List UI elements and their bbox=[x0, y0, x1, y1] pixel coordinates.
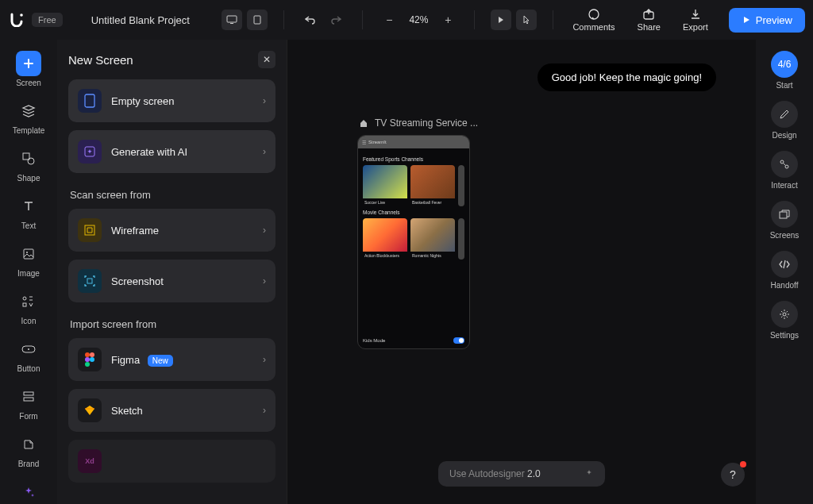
autodesigner-version: 2.0 bbox=[527, 468, 541, 479]
svg-rect-19 bbox=[87, 279, 92, 283]
svg-point-13 bbox=[28, 348, 29, 350]
option-label: Figma New bbox=[111, 354, 253, 366]
wireframe-icon bbox=[78, 218, 102, 242]
device-mobile-icon[interactable] bbox=[247, 10, 268, 30]
rail-item-screen[interactable]: Screen bbox=[6, 51, 51, 87]
rr-label: Design bbox=[772, 131, 796, 140]
app-logo-icon[interactable] bbox=[8, 11, 25, 29]
svg-rect-11 bbox=[23, 303, 26, 306]
rail-item-image[interactable]: Image bbox=[6, 241, 51, 278]
canvas[interactable]: TV Streaming Service ... ☰ StreamIt Feat… bbox=[287, 40, 756, 504]
progress-badge[interactable]: 4/6 bbox=[771, 51, 798, 78]
phone-tile: Romantic Nights bbox=[410, 218, 455, 260]
svg-point-28 bbox=[783, 313, 786, 316]
svg-point-0 bbox=[20, 13, 23, 17]
share-icon bbox=[642, 8, 655, 21]
svg-rect-27 bbox=[780, 212, 787, 218]
button-icon bbox=[16, 337, 41, 362]
progress-label: Start bbox=[776, 81, 792, 90]
rail-item-template[interactable]: Template bbox=[6, 98, 51, 135]
rail-item-icon[interactable]: Icon bbox=[6, 289, 51, 325]
phone-section-title: Featured Sports Channels bbox=[363, 156, 464, 162]
rail-label: Image bbox=[17, 269, 40, 278]
chevron-right-icon: › bbox=[263, 405, 266, 416]
option-generate-ai[interactable]: Generate with AI › bbox=[68, 130, 275, 173]
svg-rect-1 bbox=[227, 16, 237, 22]
svg-point-4 bbox=[589, 10, 599, 19]
svg-rect-18 bbox=[85, 225, 94, 235]
zoom-out-icon[interactable]: − bbox=[379, 10, 399, 30]
plan-badge[interactable]: Free bbox=[32, 13, 63, 27]
rr-item-settings[interactable]: Settings bbox=[762, 301, 807, 340]
svg-point-21 bbox=[90, 352, 94, 357]
option-screenshot[interactable]: Screenshot › bbox=[68, 260, 275, 302]
option-empty-screen[interactable]: Empty screen › bbox=[68, 79, 275, 122]
breadcrumb[interactable]: TV Streaming Service ... bbox=[359, 117, 478, 129]
rr-item-design[interactable]: Design bbox=[762, 101, 807, 140]
rr-label: Handoff bbox=[771, 281, 799, 290]
rr-item-interact[interactable]: Interact bbox=[762, 151, 807, 190]
rail-item-button[interactable]: Button bbox=[6, 337, 51, 373]
panel-close-button[interactable]: ✕ bbox=[258, 51, 275, 68]
phone-mockup[interactable]: ☰ StreamIt Featured Sports Channels Socc… bbox=[357, 135, 470, 349]
export-button[interactable]: Export bbox=[675, 8, 716, 32]
export-label: Export bbox=[683, 22, 708, 32]
rail-label: Brand bbox=[18, 460, 40, 468]
option-wireframe[interactable]: Wireframe › bbox=[68, 209, 275, 252]
adobe-xd-icon: Xd bbox=[78, 449, 102, 473]
svg-point-10 bbox=[23, 297, 26, 300]
comments-label: Comments bbox=[572, 22, 615, 32]
preview-button[interactable]: Preview bbox=[729, 8, 805, 33]
zoom-level[interactable]: 42% bbox=[404, 14, 433, 25]
rail-item-form[interactable]: Form bbox=[6, 384, 51, 421]
text-icon bbox=[16, 194, 41, 219]
option-figma[interactable]: Figma New › bbox=[68, 338, 275, 381]
comments-button[interactable]: Comments bbox=[564, 8, 622, 32]
svg-point-22 bbox=[85, 357, 90, 362]
undo-icon[interactable] bbox=[300, 10, 321, 30]
new-badge: New bbox=[148, 355, 173, 367]
toast-message: Good job! Keep the magic going! bbox=[538, 63, 716, 91]
svg-point-7 bbox=[28, 158, 34, 164]
phone-tile: Action Blockbusters bbox=[363, 218, 407, 260]
share-button[interactable]: Share bbox=[630, 8, 669, 32]
icon-icon bbox=[16, 289, 41, 314]
rr-item-handoff[interactable]: Handoff bbox=[762, 251, 807, 290]
svg-rect-2 bbox=[230, 23, 233, 24]
rail-item-magic[interactable]: Magic bbox=[6, 479, 51, 504]
project-title[interactable]: Untitled Blank Project bbox=[91, 14, 190, 26]
rail-item-brand[interactable]: Brand bbox=[6, 432, 51, 468]
rail-item-text[interactable]: Text bbox=[6, 194, 51, 230]
notification-dot-icon bbox=[740, 461, 746, 467]
cursor-icon[interactable] bbox=[516, 10, 537, 30]
phone-footer: Kids Mode bbox=[358, 333, 469, 348]
phone-tile: Basketball Fever bbox=[410, 165, 455, 206]
autodesigner-input[interactable]: Use Autodesigner 2.0 bbox=[438, 461, 605, 487]
rail-label: Text bbox=[21, 221, 36, 230]
rail-label: Template bbox=[13, 126, 45, 135]
option-sketch[interactable]: Sketch › bbox=[68, 389, 275, 432]
play-icon[interactable] bbox=[491, 10, 511, 30]
section-import-label: Import screen from bbox=[70, 318, 275, 330]
sparkle-icon bbox=[584, 469, 594, 479]
option-more[interactable]: Xd bbox=[68, 440, 275, 483]
zoom-in-icon[interactable]: + bbox=[437, 10, 458, 30]
rr-label: Interact bbox=[771, 181, 797, 190]
code-icon bbox=[771, 251, 798, 278]
help-button[interactable]: ? bbox=[721, 463, 745, 487]
redo-icon[interactable] bbox=[326, 10, 346, 30]
rr-label: Settings bbox=[770, 331, 799, 340]
rail-label: Button bbox=[17, 364, 40, 373]
device-desktop-icon[interactable] bbox=[222, 10, 242, 30]
rr-item-screens[interactable]: Screens bbox=[762, 201, 807, 240]
option-label: Generate with AI bbox=[111, 146, 253, 158]
chevron-right-icon: › bbox=[263, 95, 266, 106]
plus-icon bbox=[16, 51, 41, 76]
comment-icon bbox=[588, 8, 600, 21]
shape-icon bbox=[16, 146, 41, 171]
form-icon bbox=[16, 384, 41, 410]
screenshot-icon bbox=[78, 269, 102, 293]
chevron-right-icon: › bbox=[263, 275, 266, 287]
brand-icon bbox=[16, 432, 41, 457]
rail-item-shape[interactable]: Shape bbox=[6, 146, 51, 183]
